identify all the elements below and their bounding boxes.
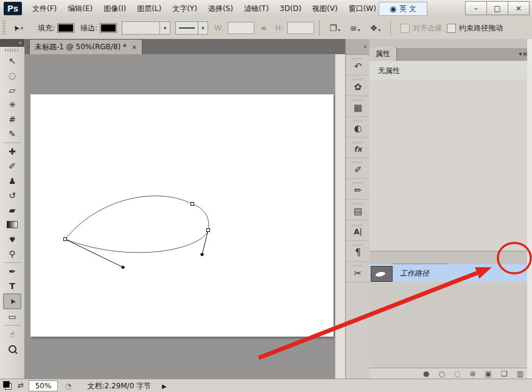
work-path-label: 工作路径: [400, 268, 429, 279]
path-operations-button[interactable]: ❐ ▾: [326, 22, 343, 34]
character-panel-button[interactable]: A|: [346, 220, 370, 241]
tool-gradient[interactable]: [4, 217, 21, 232]
adjustments-panel-button[interactable]: ◐: [346, 117, 370, 138]
crop-tool-icon: #: [9, 114, 16, 124]
align-edges-checkbox[interactable]: [401, 24, 410, 33]
path-alignment-button[interactable]: ≡ ▾: [347, 22, 363, 34]
width-input[interactable]: [228, 22, 254, 34]
path-selection-cursor-icon: ➤: [10, 23, 21, 33]
screen-mode-cycle-icon[interactable]: ⇄: [18, 381, 24, 390]
close-tab-icon[interactable]: ×: [131, 43, 137, 51]
path-alignment-icon: ≡: [350, 23, 357, 33]
clone-source-panel-button[interactable]: ▤: [346, 200, 370, 220]
properties-panel-header: 属性 ▾≡: [369, 48, 532, 61]
menu-edit[interactable]: 编辑(E): [62, 1, 98, 17]
tool-move[interactable]: ↖: [4, 54, 21, 68]
work-path-drawing[interactable]: [30, 94, 334, 337]
path-arrange-button[interactable]: ❖ ▾: [367, 22, 384, 34]
fill-path-icon[interactable]: ●: [423, 369, 429, 378]
menu-layer[interactable]: 图层(L): [131, 1, 167, 17]
tool-path-selection[interactable]: ➤: [3, 293, 21, 309]
height-label: H:: [275, 24, 283, 32]
tool-brush[interactable]: ✐: [4, 159, 21, 173]
constrain-path-checkbox[interactable]: [447, 24, 456, 33]
menu-type[interactable]: 文字(Y): [167, 1, 203, 17]
window-controls: – □ ✕: [466, 1, 530, 15]
minimize-button[interactable]: –: [465, 1, 487, 15]
new-path-icon[interactable]: ❏: [501, 369, 508, 378]
zoom-level-field[interactable]: 50%: [29, 380, 58, 391]
brush-panel-button[interactable]: ✐: [346, 158, 370, 179]
load-path-as-selection-icon[interactable]: ◌: [454, 369, 460, 378]
tool-type[interactable]: T: [4, 279, 21, 293]
toolbar-collapse-button[interactable]: »: [0, 39, 24, 47]
tool-hand[interactable]: ☝: [4, 327, 21, 341]
color-palette-icon: ✿: [354, 82, 362, 93]
tool-history-brush[interactable]: ↺: [4, 188, 21, 203]
fill-swatch[interactable]: [57, 23, 74, 33]
menu-view[interactable]: 视图(V): [307, 1, 343, 17]
work-path-thumbnail[interactable]: [371, 266, 393, 282]
tool-marquee[interactable]: ◌: [4, 68, 21, 83]
stroke-swatch[interactable]: [100, 23, 117, 33]
tool-crop[interactable]: #: [4, 112, 21, 127]
tool-eyedropper[interactable]: ✎: [4, 127, 21, 141]
tool-blur[interactable]: ♠: [4, 232, 21, 247]
vertical-scrollbar[interactable]: [335, 54, 345, 379]
tool-zoom[interactable]: [4, 341, 21, 356]
height-input[interactable]: [287, 22, 314, 34]
timer-icon: ◔: [65, 382, 71, 390]
link-dimensions-icon[interactable]: ∞: [261, 24, 267, 32]
status-expand-icon[interactable]: ▶: [162, 383, 167, 390]
canvas[interactable]: [30, 94, 334, 337]
menu-image[interactable]: 图像(I): [98, 1, 131, 17]
stroke-path-icon[interactable]: ○: [439, 369, 445, 378]
chevron-down-icon[interactable]: ▾: [159, 22, 170, 34]
path-selection-tool-icon: ➤: [7, 296, 18, 307]
menu-file[interactable]: 文件(F): [27, 1, 62, 17]
foreground-background-swatches[interactable]: [3, 381, 12, 390]
add-mask-icon[interactable]: ▣: [485, 369, 492, 378]
menu-select[interactable]: 选择(S): [203, 1, 239, 17]
trash-icon[interactable]: ▥: [517, 369, 523, 378]
tool-rectangle[interactable]: ▭: [4, 309, 21, 324]
adjustments-icon: ◐: [354, 123, 362, 134]
toolbar-grip[interactable]: [5, 49, 19, 52]
tool-clone-stamp[interactable]: ♟: [4, 173, 21, 188]
swatches-panel-button[interactable]: ▦: [346, 96, 370, 117]
maximize-button[interactable]: □: [486, 1, 508, 15]
tool-quick-selection[interactable]: ✳: [4, 97, 21, 112]
stroke-style-dropdown[interactable]: ▾: [175, 21, 208, 35]
current-tool-button[interactable]: ➤ ▾: [9, 23, 27, 34]
tool-dodge[interactable]: ⚲: [4, 247, 21, 261]
menu-3d[interactable]: 3D(D): [275, 1, 307, 17]
brush-tool-icon: ✐: [9, 161, 16, 171]
tool-lasso[interactable]: ▱: [4, 83, 21, 97]
lasso-tool-icon: ▱: [9, 85, 16, 95]
tool-presets-panel-button[interactable]: ✂: [346, 262, 370, 282]
history-panel-button[interactable]: ↶: [346, 55, 370, 75]
tab-properties[interactable]: 属性: [369, 47, 397, 61]
color-panel-button[interactable]: ✿: [346, 75, 370, 96]
tool-healing-brush[interactable]: ✚: [4, 144, 21, 159]
status-bar: ⇄ 50% ◔ 文档:2.29M/0 字节 ▶: [0, 379, 532, 392]
work-path-row[interactable]: 工作路径: [369, 264, 532, 284]
dock-collapse-button[interactable]: «: [346, 39, 370, 55]
brush-presets-panel-button[interactable]: ✏: [346, 179, 370, 200]
tool-pen[interactable]: ✒: [4, 264, 21, 279]
make-path-from-selection-icon[interactable]: ⊕: [469, 369, 475, 378]
tool-presets-icon: ✂: [354, 268, 362, 279]
document-tab[interactable]: 未标题-1 @ 50%(RGB/8) * ×: [29, 39, 142, 54]
width-label: W:: [214, 24, 223, 32]
close-button[interactable]: ✕: [508, 1, 530, 15]
menu-filter[interactable]: 滤镜(T): [239, 1, 275, 17]
tool-eraser[interactable]: ▰: [4, 203, 21, 217]
styles-panel-button[interactable]: fx: [346, 138, 370, 158]
options-grip[interactable]: [2, 21, 5, 35]
ime-indicator[interactable]: ◉ 英 文: [379, 2, 427, 16]
chevron-down-icon[interactable]: ▾: [198, 22, 208, 34]
history-icon: ↶: [354, 61, 362, 72]
stroke-width-dropdown[interactable]: ▾: [122, 21, 170, 35]
menu-window[interactable]: 窗口(W): [343, 1, 382, 17]
paragraph-panel-button[interactable]: ¶: [346, 241, 370, 262]
